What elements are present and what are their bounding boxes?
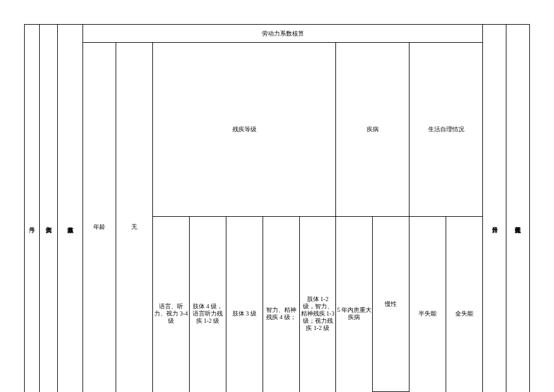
hdr-age: 年龄 xyxy=(82,43,116,393)
hdr-disease: 疾病 xyxy=(336,43,409,217)
main-table: 序号 收入类别 入算准收核基 劳动力系数核算 计算月份 收计公正年入算式 年龄 … xyxy=(24,24,530,392)
hdr-d3: 肢体 3 级 xyxy=(226,216,263,392)
hdr-disease1: 5 年内患重大疾病 xyxy=(336,216,373,392)
hdr-labor-calc: 劳动力系数核算 xyxy=(82,25,482,43)
hdr-calc-base: 入算准收核基 xyxy=(58,25,83,393)
hdr-disease2a: 慢性 xyxy=(373,216,409,391)
hdr-self-care: 生活自理情况 xyxy=(409,43,483,217)
hdr-formula: 收计公正年入算式 xyxy=(506,25,529,393)
hdr-seq: 序号 xyxy=(25,25,40,393)
hdr-d2: 肢体 4 级，语言听力残疾 1-2 级 xyxy=(189,216,226,392)
hdr-d4: 智力、精神残疾 4 级； xyxy=(263,216,299,392)
hdr-disability-grade: 残疾等级 xyxy=(153,43,336,217)
hdr-d5: 肢体 1-2 级，智力、精神残疾 1-3 级；视力残疾 1-2 级 xyxy=(299,216,336,392)
hdr-d1: 语言、听力、视力 3-4 级 xyxy=(153,216,190,392)
hdr-income-type: 收入类别 xyxy=(39,25,57,393)
hdr-none: 无 xyxy=(116,43,153,393)
hdr-care1: 半失能 xyxy=(409,216,446,392)
hdr-calc-month: 计算月份 xyxy=(483,25,506,393)
hdr-care2: 全失能 xyxy=(446,216,483,392)
